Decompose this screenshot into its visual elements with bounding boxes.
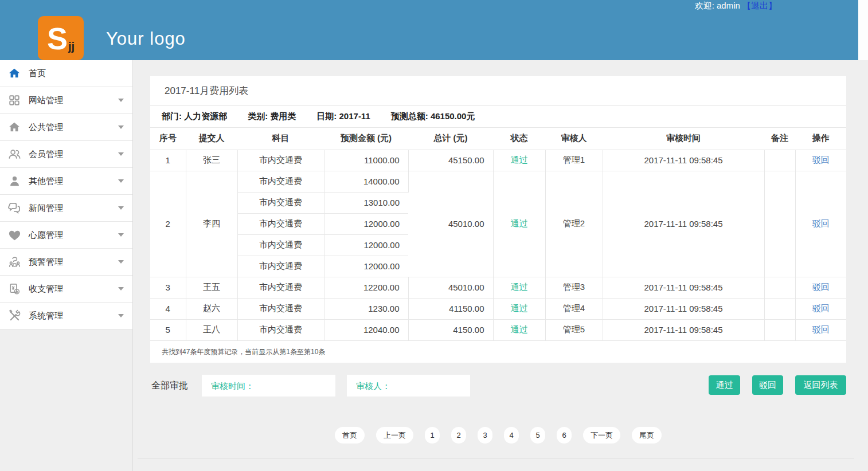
cell-forecast-amount: 14000.00 — [324, 171, 408, 192]
cell-status: 通过 — [493, 319, 545, 340]
cell-status: 通过 — [493, 298, 545, 319]
cell-subject: 市内交通费 — [237, 298, 324, 319]
sidebar-item-网站管理[interactable]: 网站管理 — [0, 87, 132, 114]
pagination-item-1[interactable]: 1 — [425, 427, 440, 443]
cell-seq: 3 — [150, 277, 186, 298]
pagination-item-首页[interactable]: 首页 — [335, 427, 365, 443]
back-to-list-button[interactable]: 返回列表 — [795, 375, 846, 395]
sidebar-item-心愿管理[interactable]: 心愿管理 — [0, 222, 132, 249]
cell-review-time: 2017-11-11 09:58:45 — [603, 298, 764, 319]
cell-reviewer: 管理1 — [545, 150, 603, 171]
column-header: 科目 — [237, 128, 324, 150]
filter-item: 部门: 人力资源部 — [162, 111, 227, 122]
pagination-item-尾页[interactable]: 尾页 — [632, 427, 662, 443]
chat-icon — [7, 201, 21, 215]
logo-initial: S — [47, 23, 68, 54]
sidebar-item-label: 新闻管理 — [29, 203, 63, 214]
cell-status: 通过 — [493, 150, 545, 171]
sidebar-item-系统管理[interactable]: 系统管理 — [0, 303, 132, 329]
pagination-item-3[interactable]: 3 — [478, 427, 492, 443]
sidebar-item-会员管理[interactable]: 会员管理 — [0, 141, 132, 168]
sidebar-item-label: 首页 — [29, 68, 46, 79]
cell-forecast-amount: 12040.00 — [324, 319, 408, 340]
cell-status: 通过 — [493, 171, 545, 277]
approve-all-label: 全部审批 — [151, 380, 188, 392]
filter-summary-row: 部门: 人力资源部类别: 费用类日期: 2017-11预测总额: 46150.0… — [150, 106, 846, 128]
cell-submitter: 张三 — [186, 150, 237, 171]
sidebar-item-label: 收支管理 — [29, 284, 63, 295]
sidebar-item-label: 预警管理 — [29, 257, 63, 268]
column-header: 总计 (元) — [408, 128, 493, 150]
status-pass-link[interactable]: 通过 — [511, 218, 528, 228]
sidebar-item-公共管理[interactable]: 公共管理 — [0, 114, 132, 141]
users-icon — [7, 147, 21, 161]
home-icon — [7, 120, 21, 134]
cell-total: 45010.00 — [408, 171, 493, 277]
welcome-bar: 欢迎: admin 【退出】 — [695, 1, 777, 11]
reject-action-link[interactable]: 驳回 — [812, 218, 830, 228]
pagination-item-5[interactable]: 5 — [530, 427, 545, 443]
approve-reject-button[interactable]: 驳回 — [752, 375, 783, 395]
cell-submitter: 王八 — [186, 319, 237, 340]
pagination-item-6[interactable]: 6 — [557, 427, 572, 443]
status-pass-link[interactable]: 通过 — [511, 324, 528, 334]
cell-submitter: 赵六 — [186, 298, 237, 319]
pagination-item-上一页[interactable]: 上一页 — [376, 427, 413, 443]
cell-review-time: 2017-11-11 09:58:45 — [603, 319, 764, 340]
cell-total: 4150.00 — [408, 319, 493, 340]
approve-pass-button[interactable]: 通过 — [709, 375, 740, 395]
cell-action: 驳回 — [795, 298, 846, 319]
sidebar-item-预警管理[interactable]: 预警管理 — [0, 249, 132, 276]
logout-link[interactable]: 【退出】 — [742, 1, 777, 10]
heart-icon — [7, 228, 21, 242]
sidebar-item-首页[interactable]: 首页 — [0, 60, 132, 87]
table-row: 2李四市内交通费14000.0045010.00通过管理22017-11-11 … — [150, 171, 846, 192]
pagination-item-4[interactable]: 4 — [504, 427, 519, 443]
cell-action: 驳回 — [795, 277, 846, 298]
table-header-row: 序号提交人科目预测金额 (元)总计 (元)状态审核人审核时间备注操作 — [150, 128, 846, 150]
footer-divider — [138, 458, 854, 459]
status-pass-link[interactable]: 通过 — [511, 155, 528, 164]
status-pass-link[interactable]: 通过 — [511, 303, 528, 313]
reject-action-link[interactable]: 驳回 — [812, 282, 830, 292]
review-time-input[interactable] — [202, 375, 335, 397]
cell-seq: 2 — [150, 171, 186, 277]
pagination-item-下一页[interactable]: 下一页 — [583, 427, 620, 443]
column-header: 序号 — [150, 128, 186, 150]
sidebar-item-label: 会员管理 — [29, 149, 63, 160]
filter-item: 日期: 2017-11 — [316, 111, 370, 122]
sidebar-item-其他管理[interactable]: 其他管理 — [0, 168, 132, 195]
cell-action: 驳回 — [795, 150, 846, 171]
alert-group-icon — [7, 255, 21, 269]
welcome-username: admin — [717, 1, 740, 10]
expense-list-panel: 2017-11月费用列表 部门: 人力资源部类别: 费用类日期: 2017-11… — [150, 76, 846, 363]
chevron-down-icon — [118, 233, 124, 237]
column-header: 提交人 — [186, 128, 237, 150]
chevron-down-icon — [118, 152, 124, 156]
cell-review-time: 2017-11-11 09:58:45 — [603, 150, 764, 171]
sidebar-divider — [132, 60, 133, 471]
reject-action-link[interactable]: 驳回 — [812, 303, 830, 313]
pagination: 首页上一页123456下一页尾页 — [150, 427, 846, 443]
sidebar-item-label: 系统管理 — [29, 311, 63, 321]
chevron-down-icon — [118, 179, 124, 183]
cell-forecast-amount: 12200.00 — [324, 277, 408, 298]
cell-note — [764, 150, 795, 171]
reject-action-link[interactable]: 驳回 — [812, 155, 830, 164]
cell-subject: 市内交通费 — [237, 234, 324, 256]
table-row: 4赵六市内交通费1230.0041150.00通过管理42017-11-11 0… — [150, 298, 846, 319]
cell-total: 45010.00 — [408, 277, 493, 298]
table-row: 1张三市内交通费11000.0045150.00通过管理12017-11-11 … — [150, 150, 846, 171]
sidebar-item-收支管理[interactable]: 收支管理 — [0, 276, 132, 303]
reviewer-input[interactable] — [347, 375, 470, 397]
cell-reviewer: 管理4 — [545, 298, 603, 319]
reject-action-link[interactable]: 驳回 — [812, 324, 830, 334]
status-pass-link[interactable]: 通过 — [511, 282, 528, 292]
header-scrollbar-strip — [858, 0, 868, 60]
sidebar-item-新闻管理[interactable]: 新闻管理 — [0, 195, 132, 222]
cell-note — [764, 298, 795, 319]
pagination-item-2[interactable]: 2 — [451, 427, 466, 443]
cell-forecast-amount: 1230.00 — [324, 298, 408, 319]
cell-subject: 市内交通费 — [237, 171, 324, 192]
cell-status: 通过 — [493, 277, 545, 298]
